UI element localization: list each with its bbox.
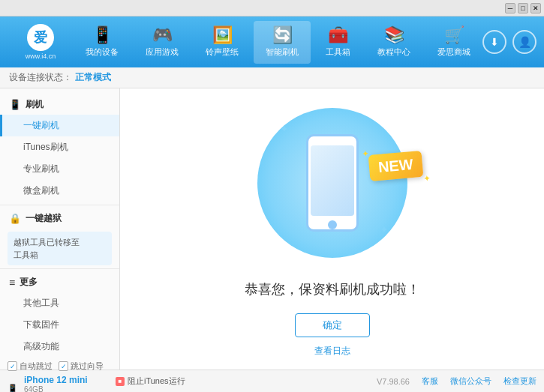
top-nav: 爱 www.i4.cn 📱 我的设备 🎮 应用游戏 🖼️ 铃声壁纸 🔄 智能刷机… xyxy=(0,16,544,67)
section-jailbreak-title: 🔒 一键越狱 xyxy=(0,208,119,229)
tutorials-icon: 📚 xyxy=(384,27,404,43)
toolbox-icon: 🧰 xyxy=(328,27,348,43)
sidebar-item-pro-flash[interactable]: 专业刷机 xyxy=(0,158,119,180)
jailbreak-note: 越狱工具已转移至工具箱 xyxy=(8,232,112,265)
data-flash-label: 微盒刷机 xyxy=(23,185,59,196)
sidebar-section-more: ≡ 更多 其他工具 下载固件 高级功能 xyxy=(0,272,119,358)
logo-icon: 爱 xyxy=(27,24,54,51)
one-key-flash-label: 一键刷机 xyxy=(23,120,59,130)
nav-wallpaper[interactable]: 🖼️ 铃声壁纸 xyxy=(194,21,251,64)
flash-section-label: 刷机 xyxy=(26,98,44,111)
sidebar-item-download-firmware[interactable]: 下载固件 xyxy=(0,314,119,336)
maximize-button[interactable]: □ xyxy=(518,3,528,13)
sidebar-divider-2 xyxy=(0,268,119,269)
nav-smart-flash[interactable]: 🔄 智能刷机 xyxy=(254,21,311,64)
sparkle-2: ✦ xyxy=(380,223,389,235)
lock-icon: 🔒 xyxy=(9,213,21,224)
wechat-official-link[interactable]: 微信公众号 xyxy=(450,376,491,387)
nav-ai-store[interactable]: 🛒 爱思商城 xyxy=(425,21,482,64)
confirm-button[interactable]: 确定 xyxy=(295,313,370,337)
nav-tutorials[interactable]: 📚 教程中心 xyxy=(365,21,422,64)
apps-games-label: 应用游戏 xyxy=(146,46,179,58)
sidebar-section-flash: 📱 刷机 一键刷机 iTunes刷机 专业刷机 微盒刷机 xyxy=(0,94,119,202)
content-area: ✦ ✦ NEW 恭喜您，保资料刷机成功啦！ 确定 查看日志 xyxy=(120,88,544,370)
sidebar-item-other-tools[interactable]: 其他工具 xyxy=(0,292,119,314)
stop-icon: ■ xyxy=(116,377,125,386)
wallpaper-icon: 🖼️ xyxy=(212,27,233,43)
logo[interactable]: 爱 www.i4.cn xyxy=(8,24,74,60)
advanced-label: 高级功能 xyxy=(23,341,59,352)
smart-flash-icon: 🔄 xyxy=(272,27,293,43)
bottom-right: V7.98.66 客服 微信公众号 检查更新 xyxy=(377,376,536,387)
user-button[interactable]: 👤 xyxy=(512,30,536,54)
toolbox-label: 工具箱 xyxy=(326,46,350,58)
main-layout: 📱 刷机 一键刷机 iTunes刷机 专业刷机 微盒刷机 🔒 一键越狱 越 xyxy=(0,88,544,370)
itunes-flash-label: iTunes刷机 xyxy=(23,142,68,152)
window-controls: ─ □ ✕ xyxy=(505,3,541,13)
nav-toolbox[interactable]: 🧰 工具箱 xyxy=(314,21,362,64)
my-device-icon: 📱 xyxy=(92,27,113,43)
skip-wizard-checkbox[interactable]: 跳过向导 xyxy=(59,361,104,372)
nav-right: ⬇ 👤 xyxy=(482,30,536,54)
review-log-link[interactable]: 查看日志 xyxy=(314,345,350,358)
customer-service-link[interactable]: 客服 xyxy=(422,376,438,387)
wallpaper-label: 铃声壁纸 xyxy=(206,46,239,58)
skip-wizard-box xyxy=(59,361,68,371)
check-update-link[interactable]: 检查更新 xyxy=(503,376,536,387)
download-button[interactable]: ⬇ xyxy=(482,30,506,54)
my-device-label: 我的设备 xyxy=(86,46,119,58)
auto-jump-checkbox[interactable]: 自动跳过 xyxy=(8,361,53,372)
minimize-button[interactable]: ─ xyxy=(505,3,515,13)
jailbreak-section-label: 一键越狱 xyxy=(26,212,62,225)
nav-items: 📱 我的设备 🎮 应用游戏 🖼️ 铃声壁纸 🔄 智能刷机 🧰 工具箱 📚 教程中… xyxy=(74,21,482,64)
sidebar-section-jailbreak: 🔒 一键越狱 越狱工具已转移至工具箱 xyxy=(0,208,119,265)
status-value: 正常模式 xyxy=(75,71,111,84)
pro-flash-label: 专业刷机 xyxy=(23,163,59,174)
sidebar-item-data-flash[interactable]: 微盒刷机 xyxy=(0,180,119,202)
title-bar: ─ □ ✕ xyxy=(0,0,544,16)
other-tools-label: 其他工具 xyxy=(23,298,59,308)
logo-url: www.i4.cn xyxy=(26,52,56,60)
ai-store-label: 爱思商城 xyxy=(437,46,470,58)
device-storage: 64GB xyxy=(24,385,88,392)
device-icon: 📱 xyxy=(8,384,18,393)
device-info: iPhone 12 mini 64GB Down-12mini-13,1 xyxy=(24,375,88,392)
more-icon: ≡ xyxy=(9,277,15,289)
nav-apps-games[interactable]: 🎮 应用游戏 xyxy=(134,21,191,64)
sidebar-item-advanced[interactable]: 高级功能 xyxy=(0,336,119,358)
itunes-stop-button[interactable]: ■ 阻止iTunes运行 xyxy=(116,376,185,387)
phone-circle: ✦ ✦ xyxy=(257,108,407,258)
sidebar-item-itunes-flash[interactable]: iTunes刷机 xyxy=(0,136,119,158)
more-section-label: 更多 xyxy=(20,276,38,289)
auto-jump-label: 自动跳过 xyxy=(20,361,53,372)
sparkle-1: ✦ xyxy=(280,123,289,135)
close-button[interactable]: ✕ xyxy=(530,3,541,13)
status-label: 设备连接状态： xyxy=(9,71,72,84)
sidebar-item-one-key-flash[interactable]: 一键刷机 xyxy=(0,115,119,136)
nav-my-device[interactable]: 📱 我的设备 xyxy=(74,21,131,64)
download-firmware-label: 下载固件 xyxy=(23,319,59,330)
success-title: 恭喜您，保资料刷机成功啦！ xyxy=(245,280,420,298)
smart-flash-label: 智能刷机 xyxy=(266,46,299,58)
auto-jump-box xyxy=(8,361,17,371)
status-bar: 设备连接状态： 正常模式 xyxy=(0,67,544,88)
ai-store-icon: 🛒 xyxy=(444,27,464,43)
phone-shape xyxy=(306,134,359,232)
new-badge: NEW xyxy=(368,151,422,181)
version-text: V7.98.66 xyxy=(377,377,410,386)
sidebar: 📱 刷机 一键刷机 iTunes刷机 专业刷机 微盒刷机 🔒 一键越狱 越 xyxy=(0,88,120,370)
section-more-title: ≡ 更多 xyxy=(0,272,119,292)
section-flash-title: 📱 刷机 xyxy=(0,94,119,115)
phone-illustration: ✦ ✦ NEW xyxy=(257,100,407,265)
sidebar-divider-1 xyxy=(0,205,119,205)
flash-section-icon: 📱 xyxy=(9,99,21,110)
itunes-stop-label: 阻止iTunes运行 xyxy=(128,376,185,387)
skip-wizard-label: 跳过向导 xyxy=(71,361,104,372)
apps-games-icon: 🎮 xyxy=(152,27,173,43)
phone-home-btn xyxy=(328,220,337,229)
tutorials-label: 教程中心 xyxy=(377,46,410,58)
device-name: iPhone 12 mini xyxy=(24,375,88,385)
bottom-bar: 自动跳过 跳过向导 📱 iPhone 12 mini 64GB Down-12m… xyxy=(0,370,544,392)
phone-screen xyxy=(311,145,354,216)
